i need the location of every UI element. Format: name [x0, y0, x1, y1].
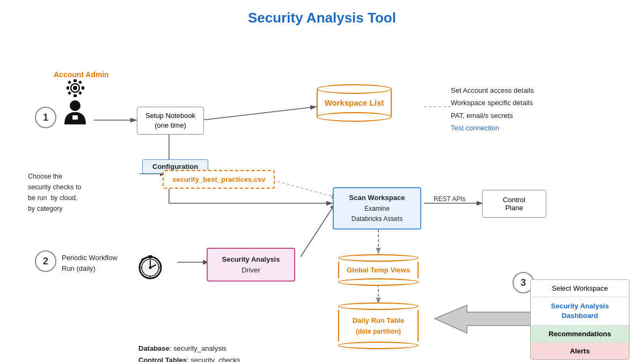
svg-rect-28: [148, 255, 152, 258]
account-details-text: Set Account access details Workspace spe…: [451, 84, 534, 135]
daily-run-table-cylinder: Daily Run Table(date partition): [338, 302, 419, 349]
step-2-badge: 2: [35, 250, 56, 272]
choose-text: Choose thesecurity checks tobe run by cl…: [28, 171, 114, 214]
svg-rect-21: [78, 80, 82, 84]
setup-notebook-box: Setup Notebook(one time): [137, 107, 204, 135]
csv-box: security_best_practices.csv: [163, 165, 275, 189]
svg-rect-25: [72, 115, 78, 120]
svg-rect-23: [78, 91, 82, 95]
svg-marker-13: [435, 305, 531, 333]
dashboard-panel: Select Workspace Security AnalysisDashbo…: [530, 279, 630, 360]
alerts-row: Alerts: [531, 343, 629, 359]
db-info-text: Database: security_analysis Control Tabl…: [138, 343, 240, 362]
step-1-badge: 1: [35, 107, 56, 128]
page-title: Security Analysis Tool: [0, 0, 644, 32]
svg-rect-16: [74, 79, 77, 82]
svg-line-12: [301, 203, 335, 257]
diagram-area: 1 Account Admin: [0, 32, 644, 362]
security-analysis-driver-box: Security AnalysisDriver: [207, 248, 295, 282]
svg-rect-20: [68, 80, 71, 84]
periodic-workflow-label: Periodic WorkflowRun (daily): [62, 253, 118, 274]
workspace-list-cylinder: Workspace List: [317, 84, 392, 122]
admin-figure: [56, 79, 94, 127]
svg-point-24: [70, 100, 80, 111]
dashboard-title-row: Security AnalysisDashboard: [531, 297, 629, 326]
svg-line-4: [201, 107, 317, 120]
account-admin-label: Account Admin: [54, 70, 109, 79]
stopwatch-icon: [136, 249, 165, 282]
control-plane-box: ControlPlane: [482, 190, 546, 218]
svg-point-32: [149, 267, 152, 269]
global-temp-views-cylinder: Global Temp Views: [338, 254, 419, 286]
svg-point-15: [73, 86, 77, 90]
select-workspace-row: Select Workspace: [531, 280, 629, 297]
rest-api-label: REST APIs: [434, 195, 466, 203]
svg-rect-18: [67, 86, 69, 90]
svg-rect-17: [74, 94, 77, 97]
scan-workspace-box: Scan Workspace ExamineDatabricks Assets: [333, 187, 421, 230]
svg-rect-19: [82, 86, 84, 90]
recommendations-row: Recommendations: [531, 326, 629, 343]
svg-rect-22: [68, 91, 71, 95]
